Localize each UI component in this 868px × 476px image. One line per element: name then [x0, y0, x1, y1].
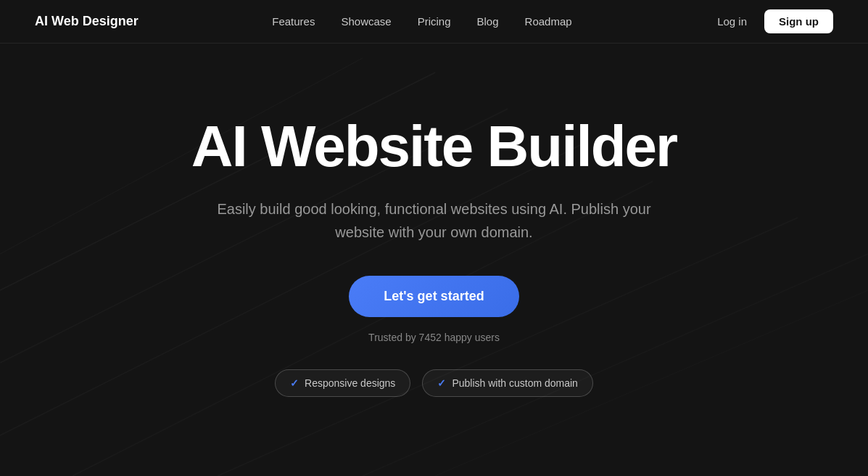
nav-link-showcase[interactable]: Showcase	[341, 15, 391, 28]
brand-logo: AI Web Designer	[35, 14, 139, 29]
badge-responsive-label: Responsive designs	[305, 377, 395, 389]
check-icon-responsive: ✓	[290, 377, 299, 389]
badge-custom-domain: ✓ Publish with custom domain	[422, 369, 593, 397]
trust-indicator: Trusted by 7452 happy users	[368, 332, 500, 343]
hero-section: AI Website Builder Easily build good loo…	[0, 44, 868, 397]
nav-link-blog[interactable]: Blog	[477, 15, 499, 28]
navbar: AI Web Designer Features Showcase Pricin…	[0, 0, 868, 44]
cta-button[interactable]: Let's get started	[349, 276, 518, 317]
feature-badges: ✓ Responsive designs ✓ Publish with cust…	[275, 369, 593, 397]
hero-subtitle: Easily build good looking, functional we…	[210, 197, 659, 244]
check-icon-custom-domain: ✓	[437, 377, 446, 389]
signup-button[interactable]: Sign up	[764, 9, 833, 33]
badge-responsive: ✓ Responsive designs	[275, 369, 410, 397]
nav-link-features[interactable]: Features	[272, 15, 315, 28]
login-button[interactable]: Log in	[706, 9, 759, 33]
nav-links: Features Showcase Pricing Blog Roadmap	[272, 15, 571, 28]
nav-link-pricing[interactable]: Pricing	[418, 15, 451, 28]
nav-link-roadmap[interactable]: Roadmap	[525, 15, 572, 28]
nav-actions: Log in Sign up	[706, 9, 833, 33]
badge-custom-domain-label: Publish with custom domain	[452, 377, 578, 389]
hero-title: AI Website Builder	[191, 116, 677, 177]
